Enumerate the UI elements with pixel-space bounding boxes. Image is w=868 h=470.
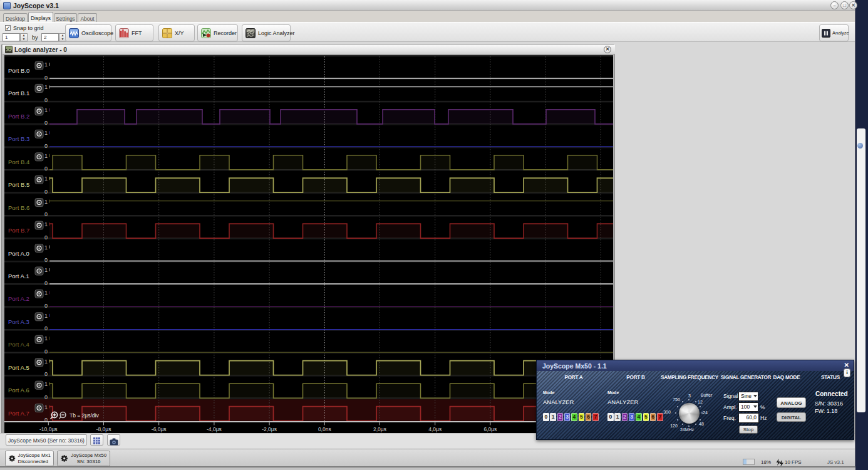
svg-text:0: 0: [44, 120, 48, 126]
svg-text:0: 0: [44, 280, 48, 286]
svg-text:1: 1: [44, 61, 48, 68]
svg-text:0: 0: [44, 143, 48, 149]
svg-text:Port B.4: Port B.4: [8, 159, 29, 165]
svg-text:-10,0µs: -10,0µs: [39, 426, 58, 432]
svg-text:0: 0: [44, 189, 48, 195]
svg-text:1: 1: [44, 267, 48, 273]
svg-text:1: 1: [44, 199, 48, 205]
svg-text:-8,0µs: -8,0µs: [96, 426, 111, 432]
svg-text:Port A.1: Port A.1: [8, 273, 29, 279]
svg-text:0: 0: [44, 257, 48, 263]
svg-text:1: 1: [44, 244, 48, 251]
svg-text:Port A.7: Port A.7: [8, 410, 29, 417]
svg-text:Port B.0: Port B.0: [8, 67, 29, 74]
svg-text:1: 1: [44, 153, 48, 159]
svg-text:1: 1: [44, 313, 48, 319]
svg-text:Port A.2: Port A.2: [8, 295, 29, 302]
svg-text:Port B.3: Port B.3: [8, 135, 29, 142]
svg-text:2,0µs: 2,0µs: [373, 426, 386, 432]
svg-text:1: 1: [44, 290, 48, 296]
svg-text:0: 0: [44, 371, 48, 377]
svg-text:0: 0: [44, 75, 48, 81]
svg-text:0: 0: [44, 211, 48, 217]
svg-text:Tb = 2µs/div: Tb = 2µs/div: [70, 412, 99, 419]
svg-text:0: 0: [44, 97, 48, 103]
svg-text:Port A.0: Port A.0: [8, 250, 29, 257]
svg-text:0: 0: [44, 234, 48, 241]
svg-text:4,0µs: 4,0µs: [428, 426, 442, 432]
svg-text:0: 0: [44, 348, 48, 355]
svg-text:1: 1: [44, 221, 48, 227]
svg-text:0: 0: [44, 165, 48, 172]
svg-text:-6,0µs: -6,0µs: [152, 426, 167, 432]
svg-text:6,0µs: 6,0µs: [483, 426, 497, 432]
svg-text:Port A.6: Port A.6: [8, 387, 29, 394]
svg-text:0: 0: [44, 394, 48, 400]
svg-text:-2,0µs: -2,0µs: [262, 426, 277, 432]
svg-text:1: 1: [44, 335, 48, 342]
svg-text:Port A.5: Port A.5: [8, 364, 29, 371]
svg-text:1: 1: [44, 175, 48, 182]
svg-text:Port B.5: Port B.5: [8, 181, 29, 188]
svg-text:1: 1: [44, 84, 48, 90]
svg-text:1: 1: [44, 404, 48, 410]
svg-text:1: 1: [44, 358, 48, 365]
svg-text:0: 0: [44, 325, 48, 332]
svg-text:-4,0µs: -4,0µs: [207, 426, 222, 432]
svg-text:1: 1: [44, 107, 48, 113]
svg-text:Port B.7: Port B.7: [8, 227, 29, 234]
svg-text:Port A.3: Port A.3: [8, 318, 29, 325]
svg-text:0,0ns: 0,0ns: [318, 426, 331, 432]
svg-text:Port A.4: Port A.4: [8, 341, 29, 348]
svg-text:0: 0: [44, 303, 48, 309]
svg-text:1: 1: [44, 130, 48, 136]
svg-text:Port B.1: Port B.1: [8, 90, 29, 97]
svg-text:Port B.2: Port B.2: [8, 113, 29, 120]
svg-text:1: 1: [44, 381, 48, 387]
svg-text:Port B.6: Port B.6: [8, 204, 29, 211]
